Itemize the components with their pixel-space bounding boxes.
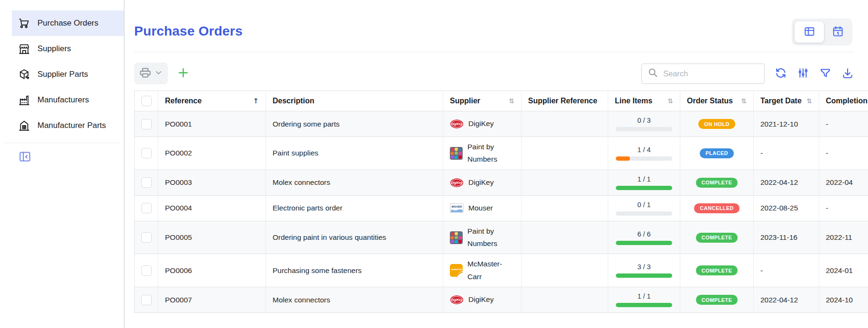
table-row-po0004[interactable]: PO0004 Electronic parts order MOUSER Mou… bbox=[135, 196, 868, 221]
sidebar-item-suppliers[interactable]: Suppliers bbox=[12, 36, 124, 62]
purchase-orders-table: Reference ↑ Description Supplier ⇅ Suppl… bbox=[134, 91, 868, 313]
column-header-description[interactable]: Description bbox=[266, 91, 443, 111]
svg-text:MOUSER: MOUSER bbox=[452, 205, 462, 208]
cell-line-items: 6 / 6 bbox=[608, 221, 680, 255]
column-header-order-status[interactable]: Order Status ⇅ bbox=[680, 91, 754, 111]
line-items-progress-fill bbox=[616, 186, 672, 190]
cell-supplier-reference bbox=[521, 137, 608, 170]
calendar-view-button[interactable] bbox=[826, 21, 850, 43]
collapse-sidebar-button[interactable] bbox=[18, 150, 31, 164]
digikey-logo: DigiKey bbox=[450, 119, 464, 129]
chevron-down-icon bbox=[154, 68, 163, 79]
line-items-progress-fill bbox=[616, 303, 672, 307]
cell-select bbox=[135, 111, 158, 137]
row-checkbox[interactable] bbox=[141, 295, 152, 305]
cell-supplier-reference bbox=[521, 287, 608, 313]
sidebar-item-label: Supplier Parts bbox=[37, 70, 88, 79]
row-checkbox[interactable] bbox=[141, 148, 152, 158]
row-checkbox[interactable] bbox=[141, 119, 152, 129]
cell-order-status: COMPLETE bbox=[680, 287, 754, 313]
column-label: Completion Date bbox=[826, 97, 868, 105]
sidebar-item-manufacturer-parts[interactable]: Manufacturer Parts bbox=[12, 113, 124, 138]
row-checkbox[interactable] bbox=[141, 232, 152, 243]
cell-supplier: DigiKey DigiKey bbox=[443, 111, 521, 137]
cell-supplier-reference bbox=[521, 254, 608, 287]
table-row-po0006[interactable]: PO0006 Purchasing some fasteners McMASTE… bbox=[135, 254, 868, 287]
cell-reference: PO0001 bbox=[158, 111, 266, 137]
column-label: Order Status bbox=[687, 97, 733, 105]
main-panel: Purchase Orders bbox=[125, 0, 868, 328]
cell-order-status: COMPLETE bbox=[680, 254, 754, 287]
cell-select bbox=[135, 196, 158, 221]
cell-line-items: 1 / 1 bbox=[608, 287, 680, 313]
column-header-completion-date[interactable]: Completion Date ⇅ bbox=[819, 91, 868, 111]
paint-logo bbox=[450, 231, 463, 244]
status-badge: CANCELLED bbox=[694, 203, 739, 213]
filter-button[interactable] bbox=[819, 67, 831, 81]
cell-reference: PO0007 bbox=[158, 287, 266, 313]
cell-select bbox=[135, 170, 158, 196]
search-input[interactable] bbox=[662, 69, 758, 79]
cell-description: Ordering some parts bbox=[266, 111, 443, 137]
cell-target-date: 2022-04-12 bbox=[754, 287, 819, 313]
status-badge: PLACED bbox=[700, 148, 734, 158]
table-header-row: Reference ↑ Description Supplier ⇅ Suppl… bbox=[135, 91, 868, 111]
line-items-progress-fill bbox=[616, 241, 672, 245]
table-row-po0001[interactable]: PO0001 Ordering some parts DigiKey DigiK… bbox=[135, 111, 868, 137]
sidebar-item-label: Manufacturer Parts bbox=[37, 121, 106, 130]
refresh-button[interactable] bbox=[775, 67, 787, 81]
cell-line-items: 0 / 1 bbox=[608, 196, 680, 221]
factory-icon bbox=[18, 94, 30, 106]
table-row-po0002[interactable]: PO0002 Paint supplies Paint by Numbers 1… bbox=[135, 137, 868, 170]
sidebar-item-supplier-parts[interactable]: Supplier Parts bbox=[12, 62, 124, 87]
column-header-line-items[interactable]: Line Items ⇅ bbox=[608, 91, 680, 111]
column-label: Supplier Reference bbox=[528, 97, 597, 105]
add-purchase-order-button[interactable] bbox=[176, 66, 190, 81]
row-checkbox[interactable] bbox=[141, 265, 152, 276]
cell-target-date: 2023-11-16 bbox=[754, 221, 819, 255]
status-badge: COMPLETE bbox=[696, 265, 738, 275]
line-items-progress bbox=[616, 211, 672, 216]
table-row-po0003[interactable]: PO0003 Molex connectors DigiKey DigiKey … bbox=[135, 170, 868, 196]
cell-target-date: 2021-12-10 bbox=[754, 111, 819, 137]
column-header-supplier[interactable]: Supplier ⇅ bbox=[443, 91, 521, 111]
cell-supplier: Paint by Numbers bbox=[443, 221, 521, 255]
table-row-po0005[interactable]: PO0005 Ordering paint in various quantit… bbox=[135, 221, 868, 255]
column-header-target-date[interactable]: Target Date ⇅ bbox=[754, 91, 819, 111]
select-all-checkbox[interactable] bbox=[141, 96, 152, 106]
line-items-progress bbox=[616, 186, 672, 190]
cell-order-status: CANCELLED bbox=[680, 196, 754, 221]
cell-reference: PO0003 bbox=[158, 170, 266, 196]
title-divider bbox=[134, 52, 854, 52]
line-items-count: 6 / 6 bbox=[616, 230, 672, 238]
column-header-supplier-reference[interactable]: Supplier Reference bbox=[521, 91, 608, 111]
download-button[interactable] bbox=[841, 67, 854, 81]
digikey-logo: DigiKey bbox=[450, 178, 464, 188]
svg-text:DigiKey: DigiKey bbox=[451, 181, 463, 185]
download-icon bbox=[841, 67, 854, 81]
status-badge: COMPLETE bbox=[696, 233, 738, 243]
paint-logo bbox=[450, 147, 463, 160]
cell-description: Paint supplies bbox=[266, 137, 443, 170]
sidebar-item-label: Purchase Orders bbox=[37, 18, 99, 28]
line-items-count: 1 / 1 bbox=[616, 292, 672, 300]
sidebar-item-purchase-orders[interactable]: Purchase Orders bbox=[12, 10, 124, 36]
cell-target-date: 2022-04-12 bbox=[754, 170, 819, 196]
svg-text:DigiKey: DigiKey bbox=[451, 122, 463, 126]
factory-parts-icon bbox=[18, 119, 30, 132]
table-view-button[interactable] bbox=[795, 21, 824, 43]
column-label: Description bbox=[273, 97, 314, 105]
plus-icon bbox=[176, 66, 190, 81]
column-header-reference[interactable]: Reference ↑ bbox=[158, 91, 266, 111]
table-settings-button[interactable] bbox=[797, 67, 809, 81]
supplier-name: DigiKey bbox=[468, 176, 493, 189]
row-checkbox[interactable] bbox=[141, 177, 152, 188]
table-row-po0007[interactable]: PO0007 Molex connectors DigiKey DigiKey … bbox=[135, 287, 868, 313]
row-checkbox[interactable] bbox=[141, 203, 152, 213]
supplier-name: Paint by Numbers bbox=[467, 225, 514, 250]
cell-select bbox=[135, 137, 158, 170]
print-actions-button[interactable] bbox=[134, 63, 168, 84]
column-label: Supplier bbox=[450, 97, 480, 105]
sidebar-item-manufacturers[interactable]: Manufacturers bbox=[12, 87, 124, 113]
line-items-progress-fill bbox=[616, 273, 672, 278]
